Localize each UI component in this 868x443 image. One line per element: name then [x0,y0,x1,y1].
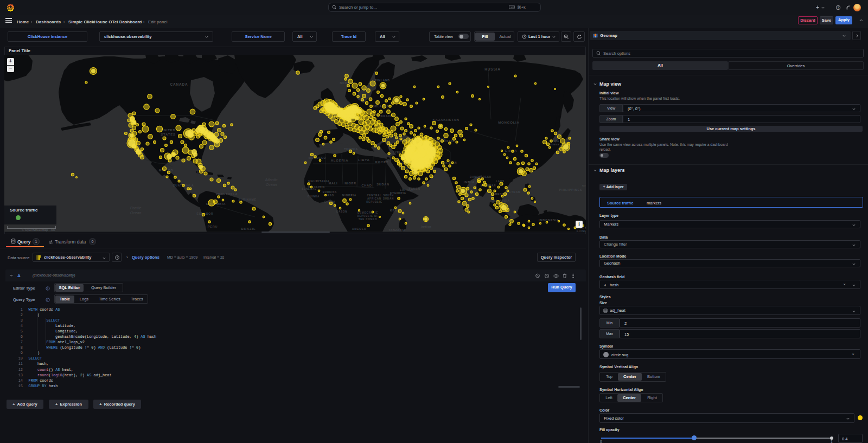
svg-text:MOROCCO: MOROCCO [309,156,326,159]
svg-text:TANZANIA: TANZANIA [388,228,406,232]
svg-text:AFRICAN: AFRICAN [367,197,381,200]
svg-text:EGYPT: EGYPT [375,160,388,164]
svg-text:BURKINA: BURKINA [323,191,337,194]
svg-text:BANGLADESH: BANGLADESH [470,176,492,178]
svg-text:ALGERIA: ALGERIA [331,159,349,162]
svg-text:GUINEA: GUINEA [577,230,586,232]
svg-text:NIGERIA: NIGERIA [342,194,356,197]
svg-text:A: A [603,283,607,287]
svg-text:MALI: MALI [329,182,338,185]
svg-text:Pacific: Pacific [130,206,142,210]
svg-text:PHILIPPINES: PHILIPPINES [559,188,582,191]
svg-text:THE CONGO: THE CONGO [359,218,377,221]
svg-text:FINLAND: FINLAND [375,79,390,82]
svg-text:CHINA: CHINA [505,149,518,152]
svg-text:YEMEN: YEMEN [409,187,420,190]
svg-text:SUDAN: SUDAN [383,197,394,200]
svg-text:ANGOLA: ANGOLA [352,227,366,230]
svg-text:ETHIOPIA: ETHIOPIA [390,191,406,195]
svg-text:BELARUS: BELARUS [373,105,389,108]
svg-text:GUINEA: GUINEA [308,195,320,198]
svg-text:VENEZUELA: VENEZUELA [216,192,238,196]
svg-text:CENTRAL: CENTRAL [367,194,381,197]
svg-text:Atlantic: Atlantic [265,178,278,182]
svg-text:CHAD: CHAD [361,184,372,187]
svg-text:KAZAKHSTAN: KAZAKHSTAN [432,118,459,121]
svg-text:Ocean: Ocean [266,183,277,187]
svg-text:REPUBLIC OF: REPUBLIC OF [357,215,378,217]
svg-text:?: ? [837,6,839,9]
svg-text:UNITED: UNITED [161,129,175,132]
svg-text:GABON: GABON [336,210,348,213]
svg-text:BRAZIL: BRAZIL [241,227,256,230]
svg-text:NIGER: NIGER [344,182,356,185]
svg-text:PERU: PERU [208,225,218,228]
svg-text:NORTH: NORTH [582,184,586,187]
svg-text:Indian: Indian [420,225,431,229]
svg-text:LIBYA: LIBYA [358,158,369,162]
svg-text:SURINAME: SURINAME [238,198,256,201]
svg-text:INDIA: INDIA [464,181,475,184]
svg-text:KOREA: KOREA [550,143,559,146]
svg-text:MAURITANIA: MAURITANIA [308,179,329,183]
svg-text:SUDAN: SUDAN [376,183,390,186]
svg-text:STATES: STATES [161,133,176,136]
svg-text:MONGOLIA: MONGOLIA [498,121,519,124]
svg-text:MALAYSIA: MALAYSIA [493,199,510,202]
svg-text:CANADA: CANADA [170,82,188,86]
svg-text:REPUBLIC: REPUBLIC [366,201,382,203]
svg-text:FASO: FASO [326,194,334,197]
svg-text:RUSSIA: RUSSIA [484,67,500,71]
svg-text:DEMOCRATIC: DEMOCRATIC [358,211,378,214]
svg-text:INDONESIA: INDONESIA [539,219,559,222]
svg-text:Ocean: Ocean [130,211,142,215]
